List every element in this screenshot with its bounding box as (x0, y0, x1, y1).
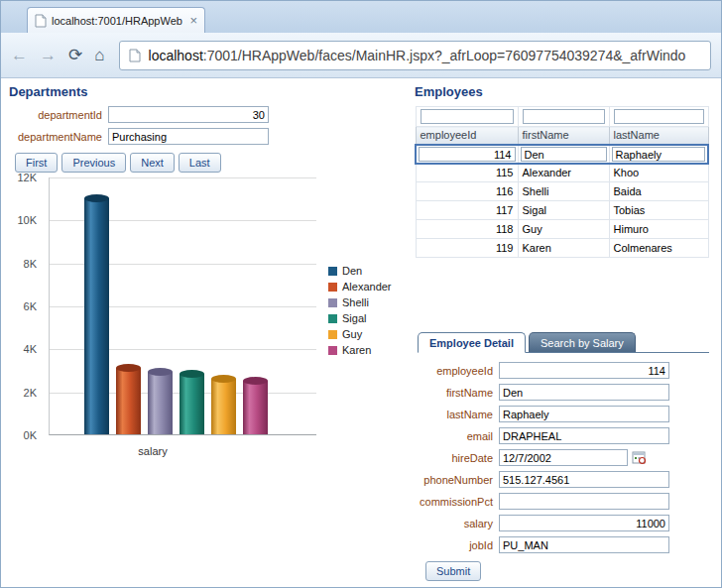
firstName-label: firstName (418, 387, 499, 399)
cell-editbox[interactable]: Raphaely (612, 147, 706, 162)
legend-item: Sigal (328, 312, 392, 324)
legend-swatch (328, 330, 337, 339)
cell-employeeId: 118 (416, 220, 518, 239)
calendar-picker-icon[interactable] (632, 450, 647, 465)
y-tick-label: 4K (24, 343, 37, 355)
jobId-input[interactable] (499, 536, 669, 553)
salary-bar-chart: 0K2K4K6K8K10K12K salary DenAlexanderShel… (7, 166, 410, 463)
salary-label: salary (418, 518, 499, 529)
page-icon (35, 14, 47, 28)
employees-table: employeeIdfirstNamelastName 114DenRaphae… (415, 106, 709, 258)
field-row-departmentId: departmentId (9, 105, 410, 124)
departmentName-input[interactable] (108, 128, 269, 145)
back-arrow-icon[interactable]: ← (11, 47, 28, 63)
legend-label: Den (342, 265, 362, 277)
chart-plot (49, 177, 316, 435)
legend-label: Sigal (342, 312, 366, 324)
cell-firstName: Alexander (518, 164, 609, 182)
tab-close-icon[interactable]: × (189, 14, 197, 27)
departments-title: Departments (9, 84, 410, 99)
cell-employeeId: 114 (416, 145, 518, 164)
y-tick-label: 10K (17, 214, 37, 226)
departmentId-label: departmentId (9, 109, 108, 121)
chart-bar-shelli[interactable] (148, 372, 173, 434)
nav-icons: ←→⟳⌂ (11, 47, 105, 63)
employeeId-input[interactable] (499, 362, 669, 379)
bar-top (243, 377, 268, 385)
field-row-hireDate: hireDate (418, 448, 709, 467)
hireDate-input[interactable] (499, 449, 628, 466)
browser-tab[interactable]: localhost:7001/HRAppWeb × (27, 7, 205, 33)
employee-row-118[interactable]: 118GuyHimuro (416, 220, 708, 239)
filter-input-employeeId[interactable] (421, 109, 514, 124)
tab-search-by-salary[interactable]: Search by Salary (529, 332, 636, 352)
departmentName-label: departmentName (9, 131, 108, 143)
browser-toolbar: ←→⟳⌂ localhost:7001/HRAppWeb/faces/MainH… (1, 33, 721, 78)
employees-section: Employees employeeIdfirstNamelastName 11… (415, 84, 709, 258)
cell-lastName: Colmenares (609, 239, 708, 258)
departmentId-input[interactable] (108, 106, 269, 123)
lastName-input[interactable] (499, 406, 669, 422)
legend-label: Shelli (342, 296, 369, 308)
page-icon (129, 49, 141, 62)
field-row-commissionPct: commissionPct (418, 492, 709, 511)
hireDate-label: hireDate (418, 452, 499, 464)
page-content: Departments departmentIddepartmentName F… (1, 78, 721, 587)
cell-lastName: Raphaely (609, 145, 708, 164)
column-header-firstName[interactable]: firstName (518, 127, 609, 145)
legend-label: Guy (342, 328, 362, 340)
field-row-phoneNumber: phoneNumber (418, 470, 709, 489)
cell-lastName: Tobias (609, 201, 708, 220)
phoneNumber-input[interactable] (499, 471, 669, 488)
departments-section: Departments departmentIddepartmentName F… (9, 84, 410, 173)
employee-row-116[interactable]: 116ShelliBaida (416, 182, 708, 201)
chart-bar-alexander[interactable] (116, 368, 141, 434)
commissionPct-input[interactable] (499, 493, 669, 510)
legend-item: Den (328, 265, 392, 277)
chart-bar-den[interactable] (84, 198, 109, 434)
filter-input-firstName[interactable] (523, 109, 605, 124)
home-icon[interactable]: ⌂ (94, 47, 104, 63)
employee-row-114[interactable]: 114DenRaphaely (416, 145, 708, 164)
column-header-lastName[interactable]: lastName (609, 127, 708, 145)
y-tick-label: 6K (24, 300, 37, 312)
url-bar[interactable]: localhost:7001/HRAppWeb/faces/MainHR.jsp… (119, 41, 711, 70)
employee-row-117[interactable]: 117SigalTobias (416, 201, 708, 220)
filter-input-lastName[interactable] (614, 109, 704, 124)
cell-editbox[interactable]: 114 (419, 147, 516, 162)
chart-legend: DenAlexanderShelliSigalGuyKaren (328, 265, 392, 360)
bar-top (180, 370, 204, 378)
chart-bar-guy[interactable] (211, 379, 236, 434)
legend-label: Alexander (342, 281, 392, 293)
employeeId-label: employeeId (418, 365, 499, 377)
submit-row: Submit (425, 561, 709, 581)
firstName-input[interactable] (499, 384, 669, 401)
forward-arrow-icon[interactable]: → (40, 47, 57, 63)
reload-icon[interactable]: ⟳ (68, 47, 82, 63)
salary-input[interactable] (499, 515, 669, 531)
legend-swatch (328, 267, 337, 276)
y-tick-label: 8K (24, 258, 37, 270)
email-input[interactable] (499, 427, 669, 444)
column-header-employeeId[interactable]: employeeId (416, 127, 518, 145)
employees-filter-row (416, 107, 708, 127)
tab-employee-detail[interactable]: Employee Detail (418, 332, 526, 353)
chart-bar-sigal[interactable] (180, 374, 204, 434)
cell-firstName: Karen (518, 239, 609, 258)
submit-button[interactable]: Submit (425, 561, 481, 581)
cell-employeeId: 115 (416, 164, 518, 182)
legend-swatch (328, 298, 337, 307)
employee-row-115[interactable]: 115AlexanderKhoo (416, 164, 708, 182)
filter-cell (518, 107, 609, 127)
legend-item: Alexander (328, 281, 392, 293)
employee-detail-form: employeeIdfirstNamelastNameemailhireDate… (418, 353, 709, 554)
legend-swatch (328, 283, 337, 292)
detail-tabs: Employee Detail Search by Salary (418, 331, 709, 353)
employee-row-119[interactable]: 119KarenColmenares (416, 239, 708, 258)
cell-editbox[interactable]: Den (521, 147, 607, 162)
chart-bar-karen[interactable] (243, 381, 268, 434)
email-label: email (418, 430, 499, 442)
cell-employeeId: 119 (416, 239, 518, 258)
employees-table-body: 114DenRaphaely115AlexanderKhoo116ShelliB… (416, 145, 708, 258)
field-row-email: email (418, 426, 709, 445)
